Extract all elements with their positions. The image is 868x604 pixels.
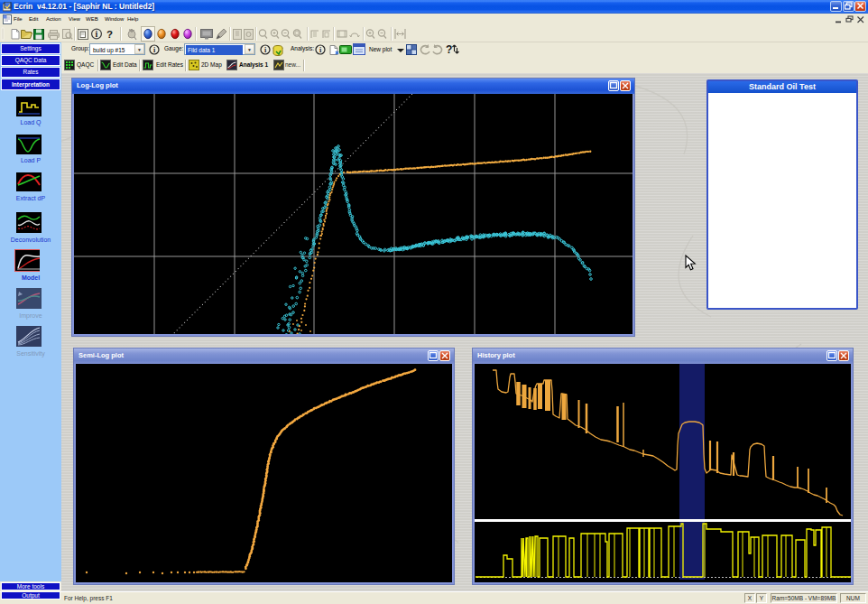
svg-text:i: i xyxy=(319,46,322,54)
svg-text:i: i xyxy=(96,29,98,39)
svg-text:?: ? xyxy=(106,29,113,40)
svg-text:?: ? xyxy=(446,43,452,56)
svg-text:i: i xyxy=(264,46,267,54)
svg-text:i: i xyxy=(153,46,156,54)
